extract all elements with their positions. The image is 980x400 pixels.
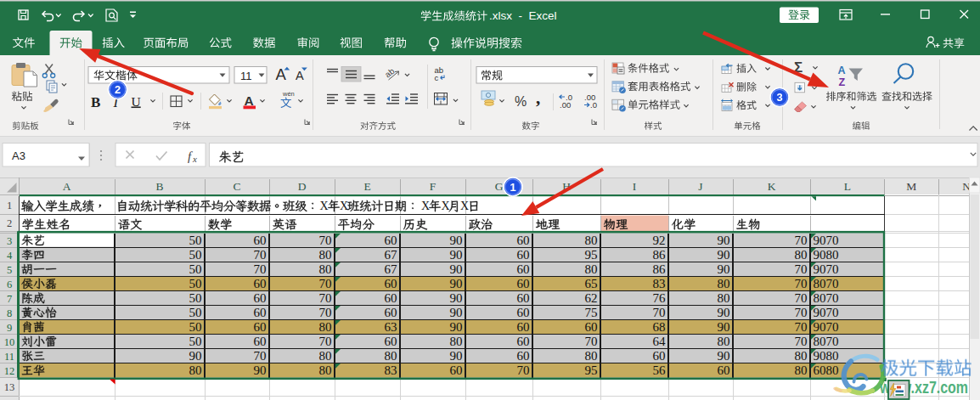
svg-text:.00: .00 — [560, 100, 571, 110]
svg-text:95: 95 — [585, 363, 598, 377]
svg-text:12: 12 — [4, 365, 15, 377]
svg-text:10: 10 — [4, 336, 15, 348]
svg-text:50: 50 — [189, 234, 202, 247]
svg-text:60: 60 — [385, 335, 397, 348]
svg-text:90: 90 — [450, 277, 463, 290]
svg-text:70: 70 — [319, 335, 332, 348]
svg-text:90: 90 — [718, 248, 730, 262]
svg-text:8: 8 — [7, 307, 12, 319]
svg-text:60: 60 — [385, 306, 397, 319]
svg-text:67: 67 — [385, 248, 398, 262]
svg-text:60: 60 — [517, 291, 530, 305]
svg-text:90: 90 — [450, 306, 463, 319]
svg-text:90: 90 — [189, 349, 202, 363]
svg-text:60: 60 — [653, 349, 666, 363]
svg-text:60: 60 — [254, 277, 267, 290]
svg-text:50: 50 — [189, 335, 202, 348]
svg-text:50: 50 — [189, 320, 202, 334]
svg-text:9080: 9080 — [814, 349, 839, 363]
svg-text:60: 60 — [517, 335, 530, 348]
svg-text:60: 60 — [254, 320, 267, 334]
svg-text:X: X — [340, 200, 348, 212]
svg-text:76: 76 — [653, 291, 667, 305]
svg-text:8070: 8070 — [814, 277, 839, 290]
svg-text:70: 70 — [319, 291, 332, 305]
svg-text:80: 80 — [585, 234, 598, 247]
svg-text:11: 11 — [240, 70, 252, 82]
svg-text:50: 50 — [189, 248, 202, 262]
svg-text:60: 60 — [718, 363, 730, 377]
svg-text:60: 60 — [517, 262, 530, 276]
svg-text:90: 90 — [450, 234, 463, 247]
svg-text:70: 70 — [585, 335, 598, 348]
svg-text:65: 65 — [585, 277, 598, 290]
svg-text:I: I — [633, 180, 637, 193]
svg-text:90: 90 — [718, 349, 730, 363]
svg-text:50: 50 — [189, 277, 202, 290]
svg-text:80: 80 — [718, 335, 730, 348]
svg-text:2: 2 — [7, 217, 12, 229]
svg-text:70: 70 — [254, 349, 267, 363]
svg-text:9070: 9070 — [814, 320, 839, 334]
svg-text:86: 86 — [653, 262, 667, 276]
svg-text:B: B — [91, 94, 100, 110]
svg-text:2: 2 — [115, 83, 121, 96]
svg-text:X: X — [460, 200, 469, 212]
svg-text:90: 90 — [450, 349, 463, 363]
svg-text:80: 80 — [319, 262, 332, 276]
svg-text:70: 70 — [653, 306, 666, 319]
svg-text:6080: 6080 — [814, 363, 839, 377]
svg-text:90: 90 — [450, 291, 463, 305]
svg-text:80: 80 — [718, 277, 730, 290]
svg-text:60: 60 — [517, 320, 530, 334]
svg-text:5: 5 — [7, 264, 12, 276]
svg-text:70: 70 — [254, 248, 267, 262]
svg-text:80: 80 — [385, 349, 397, 363]
svg-text:83: 83 — [653, 277, 666, 290]
svg-text:9070: 9070 — [814, 306, 839, 319]
svg-text:70: 70 — [795, 262, 808, 276]
svg-text:70: 70 — [795, 320, 808, 334]
svg-text:13: 13 — [4, 381, 15, 393]
svg-text:A: A — [838, 65, 846, 76]
svg-text:90: 90 — [450, 248, 463, 262]
svg-text:80: 80 — [319, 363, 332, 377]
svg-text:50: 50 — [189, 262, 202, 276]
svg-text:x: x — [192, 154, 197, 164]
svg-text:Z: Z — [839, 76, 846, 88]
svg-text:86: 86 — [653, 248, 667, 262]
svg-text:80: 80 — [795, 349, 808, 363]
svg-text:8070: 8070 — [814, 291, 839, 305]
svg-text:60: 60 — [517, 277, 530, 290]
svg-text:68: 68 — [653, 320, 666, 334]
svg-text:56: 56 — [653, 363, 667, 377]
svg-text:90: 90 — [718, 262, 730, 276]
svg-text:70: 70 — [319, 277, 332, 290]
svg-text:60: 60 — [254, 335, 267, 348]
svg-text:A: A — [276, 65, 287, 83]
svg-text:K: K — [768, 180, 776, 193]
svg-text:90: 90 — [450, 262, 463, 276]
svg-text:80: 80 — [585, 349, 598, 363]
svg-text:A: A — [63, 180, 71, 193]
svg-text:70: 70 — [795, 291, 808, 305]
svg-text:9070: 9070 — [814, 262, 839, 276]
svg-text:80: 80 — [718, 291, 730, 305]
svg-text:70: 70 — [795, 277, 808, 290]
svg-text:95: 95 — [585, 248, 598, 262]
svg-text:D: D — [298, 180, 307, 193]
svg-text:A3: A3 — [12, 149, 25, 162]
svg-text:A: A — [296, 69, 304, 82]
svg-text:75: 75 — [585, 306, 598, 319]
svg-text:X: X — [442, 200, 450, 212]
svg-text:80: 80 — [189, 363, 202, 377]
svg-text:80: 80 — [319, 349, 332, 363]
svg-text:70: 70 — [319, 306, 332, 319]
svg-text:3: 3 — [7, 235, 12, 247]
svg-text:80: 80 — [795, 248, 808, 262]
svg-text:U: U — [132, 94, 141, 109]
svg-text:60: 60 — [450, 363, 463, 377]
svg-text:G: G — [495, 180, 504, 193]
svg-text:60: 60 — [385, 277, 397, 290]
svg-text:L: L — [844, 180, 851, 193]
